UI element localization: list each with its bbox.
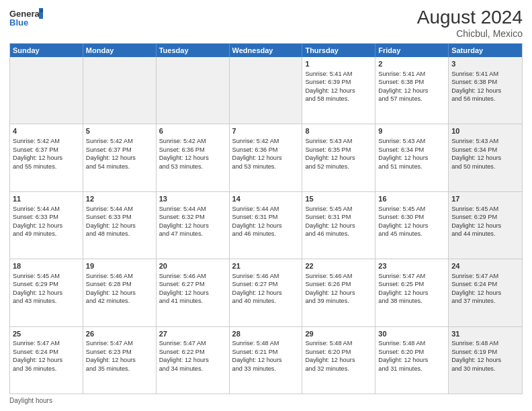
calendar-cell: 13Sunrise: 5:44 AMSunset: 6:32 PMDayligh… bbox=[157, 192, 230, 259]
day-number: 30 bbox=[378, 329, 445, 339]
calendar-cell: 16Sunrise: 5:45 AMSunset: 6:30 PMDayligh… bbox=[375, 192, 449, 259]
day-info-line: Sunrise: 5:48 AM bbox=[451, 339, 519, 347]
day-info-line: Sunset: 6:37 PM bbox=[13, 146, 80, 154]
calendar-cell: 7Sunrise: 5:42 AMSunset: 6:36 PMDaylight… bbox=[230, 124, 303, 191]
day-info-line: Daylight: 12 hours bbox=[13, 356, 80, 364]
day-info-line: Sunset: 6:24 PM bbox=[13, 348, 80, 356]
day-number: 13 bbox=[159, 194, 226, 204]
day-info-line: and 40 minutes. bbox=[232, 297, 300, 305]
day-number: 23 bbox=[378, 261, 445, 271]
week-row-3: 11Sunrise: 5:44 AMSunset: 6:33 PMDayligh… bbox=[10, 191, 522, 259]
day-info-line: Sunset: 6:27 PM bbox=[232, 280, 300, 288]
day-info-line: Sunrise: 5:47 AM bbox=[451, 272, 519, 280]
day-info-line: Sunset: 6:38 PM bbox=[378, 78, 445, 86]
calendar-body: 1Sunrise: 5:41 AMSunset: 6:39 PMDaylight… bbox=[10, 57, 522, 394]
day-number: 19 bbox=[86, 261, 153, 271]
header: General Blue August 2024 Chicbul, Mexico bbox=[9, 7, 523, 39]
day-info-line: Daylight: 12 hours bbox=[159, 289, 226, 297]
day-info-line: Sunset: 6:30 PM bbox=[378, 213, 445, 221]
calendar-cell: 12Sunrise: 5:44 AMSunset: 6:33 PMDayligh… bbox=[83, 192, 157, 259]
week-row-1: 1Sunrise: 5:41 AMSunset: 6:39 PMDaylight… bbox=[10, 57, 522, 124]
day-info-line: Daylight: 12 hours bbox=[451, 87, 519, 95]
day-info-line: Sunrise: 5:46 AM bbox=[305, 272, 372, 280]
day-info-line: Sunrise: 5:48 AM bbox=[378, 339, 445, 347]
day-info-line: Sunrise: 5:43 AM bbox=[378, 137, 445, 145]
day-info-line: and 37 minutes. bbox=[451, 297, 519, 305]
day-info-line: Sunset: 6:31 PM bbox=[305, 213, 372, 221]
day-number: 3 bbox=[451, 59, 519, 69]
day-info-line: Daylight: 12 hours bbox=[13, 289, 80, 297]
day-number: 27 bbox=[159, 329, 226, 339]
day-info-line: Sunset: 6:33 PM bbox=[86, 213, 153, 221]
day-info-line: and 49 minutes. bbox=[13, 230, 80, 238]
subtitle: Chicbul, Mexico bbox=[417, 28, 523, 39]
day-info-line: Sunrise: 5:47 AM bbox=[86, 339, 153, 347]
day-header-wednesday: Wednesday bbox=[230, 44, 303, 57]
day-info-line: and 48 minutes. bbox=[86, 230, 153, 238]
day-info-line: and 34 minutes. bbox=[159, 365, 226, 373]
day-info-line: Sunset: 6:20 PM bbox=[305, 348, 372, 356]
day-info-line: and 52 minutes. bbox=[305, 163, 372, 171]
day-info-line: Sunrise: 5:46 AM bbox=[159, 272, 226, 280]
day-number: 22 bbox=[305, 261, 372, 271]
calendar-cell: 27Sunrise: 5:47 AMSunset: 6:22 PMDayligh… bbox=[157, 327, 230, 394]
day-number: 10 bbox=[451, 126, 519, 136]
day-info-line: Daylight: 12 hours bbox=[159, 154, 226, 162]
day-info-line: and 58 minutes. bbox=[305, 95, 372, 103]
day-info-line: Sunset: 6:20 PM bbox=[378, 348, 445, 356]
day-info-line: and 46 minutes. bbox=[305, 230, 372, 238]
calendar-cell: 11Sunrise: 5:44 AMSunset: 6:33 PMDayligh… bbox=[10, 192, 83, 259]
day-info-line: and 44 minutes. bbox=[451, 230, 519, 238]
calendar-cell: 2Sunrise: 5:41 AMSunset: 6:38 PMDaylight… bbox=[375, 57, 449, 124]
day-header-monday: Monday bbox=[83, 44, 157, 57]
day-info-line: and 57 minutes. bbox=[378, 95, 445, 103]
day-info-line: Daylight: 12 hours bbox=[86, 289, 153, 297]
day-info-line: Sunrise: 5:47 AM bbox=[13, 339, 80, 347]
day-info-line: Sunset: 6:34 PM bbox=[378, 146, 445, 154]
day-number: 29 bbox=[305, 329, 372, 339]
day-info-line: Daylight: 12 hours bbox=[451, 289, 519, 297]
page: General Blue August 2024 Chicbul, Mexico… bbox=[0, 0, 532, 411]
day-info-line: Daylight: 12 hours bbox=[378, 154, 445, 162]
day-info-line: Sunset: 6:35 PM bbox=[305, 146, 372, 154]
day-info-line: and 33 minutes. bbox=[232, 365, 300, 373]
calendar-cell: 8Sunrise: 5:43 AMSunset: 6:35 PMDaylight… bbox=[302, 124, 375, 191]
calendar-cell: 9Sunrise: 5:43 AMSunset: 6:34 PMDaylight… bbox=[375, 124, 449, 191]
day-info-line: and 56 minutes. bbox=[451, 95, 519, 103]
day-info-line: Sunset: 6:29 PM bbox=[13, 280, 80, 288]
day-info-line: Sunrise: 5:41 AM bbox=[451, 70, 519, 78]
day-info-line: Sunrise: 5:45 AM bbox=[378, 205, 445, 213]
day-number: 28 bbox=[232, 329, 300, 339]
calendar-cell: 21Sunrise: 5:46 AMSunset: 6:27 PMDayligh… bbox=[230, 259, 303, 326]
day-info-line: Sunrise: 5:46 AM bbox=[86, 272, 153, 280]
day-info-line: Daylight: 12 hours bbox=[159, 222, 226, 230]
day-info-line: and 39 minutes. bbox=[305, 297, 372, 305]
day-number: 4 bbox=[13, 126, 80, 136]
calendar-cell: 24Sunrise: 5:47 AMSunset: 6:24 PMDayligh… bbox=[449, 259, 522, 326]
day-info-line: Sunrise: 5:45 AM bbox=[305, 205, 372, 213]
calendar-cell: 1Sunrise: 5:41 AMSunset: 6:39 PMDaylight… bbox=[302, 57, 375, 124]
day-info-line: Daylight: 12 hours bbox=[13, 154, 80, 162]
day-info-line: and 35 minutes. bbox=[86, 365, 153, 373]
day-info-line: Daylight: 12 hours bbox=[13, 222, 80, 230]
title-block: August 2024 Chicbul, Mexico bbox=[417, 7, 523, 39]
day-info-line: Sunset: 6:23 PM bbox=[86, 348, 153, 356]
day-info-line: Sunset: 6:38 PM bbox=[451, 78, 519, 86]
day-info-line: Sunrise: 5:47 AM bbox=[159, 339, 226, 347]
day-number: 9 bbox=[378, 126, 445, 136]
day-info-line: Sunrise: 5:44 AM bbox=[232, 205, 300, 213]
day-number: 24 bbox=[451, 261, 519, 271]
calendar-cell: 31Sunrise: 5:48 AMSunset: 6:19 PMDayligh… bbox=[449, 327, 522, 394]
calendar-cell: 23Sunrise: 5:47 AMSunset: 6:25 PMDayligh… bbox=[375, 259, 449, 326]
day-info-line: Daylight: 12 hours bbox=[305, 356, 372, 364]
day-number: 31 bbox=[451, 329, 519, 339]
day-info-line: Daylight: 12 hours bbox=[378, 87, 445, 95]
day-info-line: Daylight: 12 hours bbox=[451, 356, 519, 364]
day-info-line: Sunrise: 5:44 AM bbox=[86, 205, 153, 213]
day-info-line: Sunrise: 5:44 AM bbox=[159, 205, 226, 213]
day-info-line: Daylight: 12 hours bbox=[232, 356, 300, 364]
calendar-cell: 17Sunrise: 5:45 AMSunset: 6:29 PMDayligh… bbox=[449, 192, 522, 259]
day-info-line: Sunrise: 5:42 AM bbox=[159, 137, 226, 145]
day-info-line: and 42 minutes. bbox=[86, 297, 153, 305]
calendar-cell bbox=[230, 57, 303, 124]
